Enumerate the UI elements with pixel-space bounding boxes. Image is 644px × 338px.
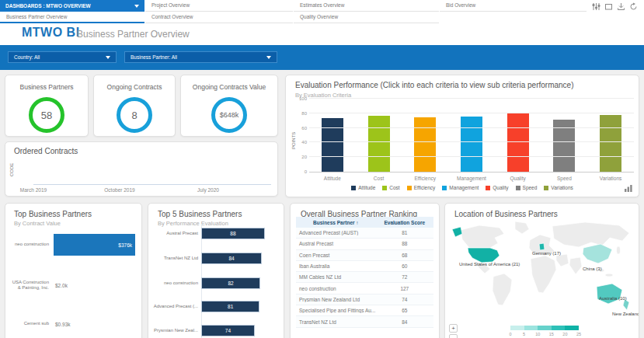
- chevron-down-icon: [106, 56, 110, 59]
- cell-business-partner: Specialised Pipe and Fittings Au...: [296, 308, 376, 313]
- fullscreen-icon[interactable]: [604, 2, 613, 11]
- table-row[interactable]: Iban Australia60: [296, 261, 433, 272]
- x-category-label: Speed: [541, 176, 587, 181]
- cell-evaluation-score: 60: [376, 263, 433, 269]
- legend-gradient-segment: [510, 326, 524, 330]
- partner-bar[interactable]: $376k: [54, 234, 135, 256]
- table-row[interactable]: Austral Precast88: [296, 239, 433, 249]
- gridline: [309, 113, 634, 113]
- kpi-title: Ongoing Contracts Value: [181, 83, 277, 91]
- business-partner-filter-dropdown[interactable]: Business Partner: All: [124, 51, 277, 63]
- column-header-business-partner[interactable]: Business Partner ↑: [296, 220, 376, 225]
- partner-bar[interactable]: 74: [201, 325, 255, 336]
- dashboards-selector[interactable]: DASHBOARDS : MTWO OVERVIEW: [0, 0, 144, 12]
- kpi-value: 58: [41, 110, 52, 121]
- country-australia[interactable]: [597, 284, 622, 304]
- cell-evaluation-score: 74: [376, 297, 433, 302]
- partner-bar[interactable]: 81: [201, 301, 259, 312]
- bar-value-label: 82: [202, 281, 259, 286]
- menu-item-project-overview[interactable]: Project Overview: [145, 0, 293, 12]
- menu-item-business-partner-overview[interactable]: Business Partner Overview: [0, 12, 144, 23]
- table-row[interactable]: Coen Precast68: [296, 250, 433, 261]
- bar-value-label: 84: [202, 256, 261, 261]
- legend-swatch: [544, 186, 548, 190]
- menu-item-estimates-overview[interactable]: Estimates Overview: [294, 0, 439, 12]
- sort-asc-icon: ↑: [356, 220, 358, 225]
- partner-row[interactable]: USA Construction & Painting, Inc.$2.0k: [12, 274, 135, 297]
- table-row[interactable]: Specialised Pipe and Fittings Au...65: [296, 305, 433, 316]
- legend-gradient-segment: [552, 326, 566, 330]
- country-india: [569, 257, 582, 274]
- table-row[interactable]: TransNet NZ Ltd84: [296, 316, 433, 327]
- table-row[interactable]: MM Cables NZ Ltd72: [296, 272, 433, 283]
- panel-title: Top Business Partners: [14, 210, 92, 218]
- table-body: Advanced Precast (AUST)81Austral Precast…: [296, 228, 433, 328]
- menu-item-contract-overview[interactable]: Contract Overview: [145, 12, 293, 23]
- country-filter-dropdown[interactable]: Country: All: [8, 51, 117, 63]
- map-label[interactable]: Germany (17): [532, 251, 561, 256]
- menu-item-bid-overview[interactable]: Bid Overview: [440, 0, 587, 12]
- partner-row[interactable]: Cement sub$0.93k: [12, 312, 135, 336]
- country-china[interactable]: [583, 244, 612, 263]
- partner-value: $2.0k: [55, 283, 68, 288]
- x-category-label: Attitude: [309, 176, 355, 181]
- partner-row[interactable]: neo construction$376k: [12, 233, 135, 256]
- kpi-title: Ongoing Contracts: [94, 83, 175, 91]
- map-label[interactable]: Australia (10): [599, 296, 627, 301]
- map-label[interactable]: United States of America (21): [459, 262, 520, 267]
- country-new-zealand[interactable]: [623, 299, 629, 310]
- x-category-label: Variations: [588, 176, 634, 181]
- country-germany[interactable]: [539, 243, 545, 250]
- table-row[interactable]: neo construction127: [296, 283, 433, 294]
- cell-business-partner: TransNet NZ Ltd: [296, 319, 376, 325]
- menu-item-quality-overview[interactable]: Quality Overview: [294, 12, 439, 23]
- gridline: [309, 127, 634, 128]
- bar-variations[interactable]: [600, 115, 621, 172]
- y-tick-label: 40: [295, 140, 307, 145]
- x-category-label: Efficiency: [402, 176, 448, 181]
- legend-swatch: [486, 186, 490, 190]
- table-row[interactable]: Advanced Precast (AUST)81: [296, 228, 433, 239]
- bar-management[interactable]: [461, 117, 482, 172]
- panel-subtitle: By Performance Evaluation: [158, 220, 228, 227]
- bar-efficiency[interactable]: [414, 117, 436, 172]
- map-label[interactable]: New Zealand (: [612, 312, 639, 316]
- bar-cost[interactable]: [368, 116, 390, 172]
- partner-row[interactable]: Austral Precast88: [153, 227, 265, 239]
- partner-row[interactable]: Advanced Precast (...81: [153, 300, 259, 312]
- map-zoom-out-button[interactable]: −: [449, 334, 458, 338]
- partner-row[interactable]: TransNet NZ Ltd84: [153, 252, 262, 264]
- partner-bar[interactable]: 88: [201, 228, 265, 239]
- download-icon[interactable]: [617, 2, 625, 11]
- filter-icon[interactable]: [592, 2, 600, 11]
- map-zoom-in-button[interactable]: +: [449, 324, 458, 333]
- region-middle-east: [556, 254, 569, 267]
- country-usa[interactable]: [468, 248, 500, 263]
- partner-bar[interactable]: 82: [201, 277, 260, 289]
- dashboards-selector-label: DASHBOARDS : MTWO OVERVIEW: [5, 3, 91, 9]
- cell-business-partner: Austral Precast: [296, 241, 376, 246]
- world-map: [448, 219, 637, 322]
- partner-bar[interactable]: 84: [201, 253, 262, 264]
- column-header-evaluation-score[interactable]: Evaluation Score: [376, 220, 433, 225]
- y-tick-label: 80: [295, 111, 307, 116]
- partner-label: Advanced Precast (...: [153, 304, 198, 309]
- partner-row[interactable]: Prysmian New Zeal...74: [153, 324, 255, 336]
- chart-type-icon[interactable]: [625, 185, 632, 192]
- kpi-ring: 8: [117, 97, 152, 133]
- partner-row[interactable]: neo construction82: [153, 277, 260, 289]
- legend-swatch: [351, 186, 356, 190]
- legend-tick-label: 15: [546, 332, 557, 336]
- panel-title: Evaluation Performance (Click into each …: [295, 81, 573, 89]
- kpi-card-ongoing-contracts-value: Ongoing Contracts Value $648k: [180, 75, 278, 137]
- country-usa-alaska[interactable]: [452, 227, 462, 237]
- cell-evaluation-score: 68: [376, 253, 433, 258]
- cell-evaluation-score: 65: [376, 308, 433, 313]
- region-se-asia: [605, 274, 613, 277]
- top-business-partners-panel: Top Business Partners By Contract Value …: [5, 203, 142, 338]
- table-row[interactable]: Prysmian New Zealand Ltd74: [296, 294, 433, 305]
- map-color-legend: [510, 326, 579, 330]
- legend-item: Attitude: [351, 185, 375, 190]
- map-label[interactable]: China (3): [583, 267, 602, 271]
- refresh-icon[interactable]: [629, 2, 638, 11]
